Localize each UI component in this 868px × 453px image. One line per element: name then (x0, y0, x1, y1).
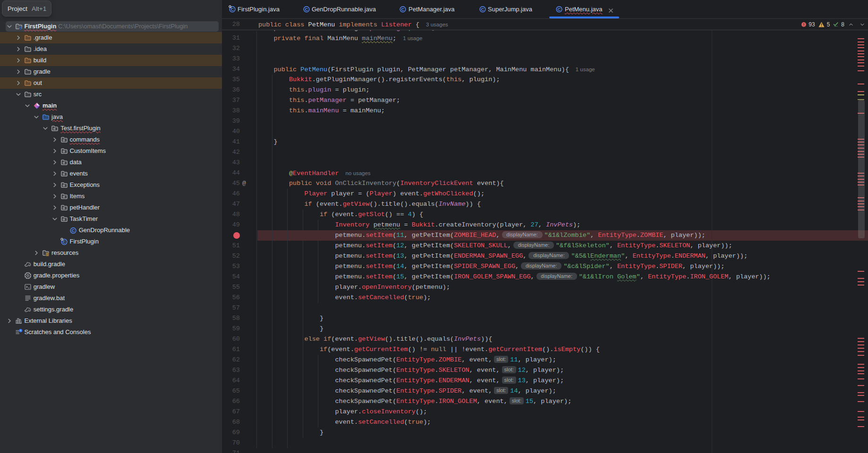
svg-text:C: C (71, 228, 75, 233)
svg-text:C: C (305, 7, 308, 12)
svg-text:C: C (481, 7, 485, 12)
svg-text:C: C (558, 7, 561, 12)
svg-text:C: C (401, 7, 405, 12)
